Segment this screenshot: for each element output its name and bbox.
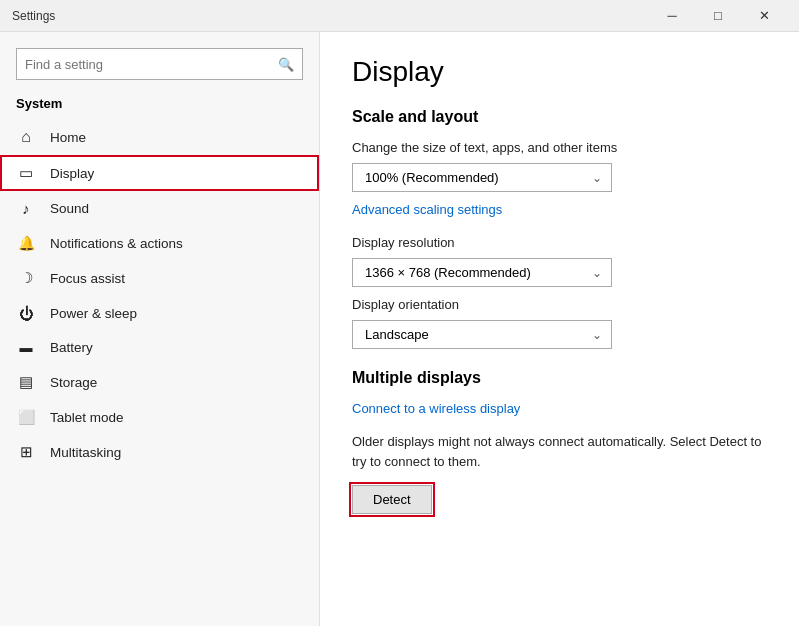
orientation-label: Display orientation <box>352 297 767 312</box>
app-body: 🔍 System Home Display Sound Notification… <box>0 32 799 626</box>
window-controls: ─ □ ✕ <box>649 0 787 32</box>
tablet-icon <box>16 409 36 425</box>
search-box[interactable]: 🔍 <box>16 48 303 80</box>
sidebar-item-display[interactable]: Display <box>0 155 319 191</box>
close-button[interactable]: ✕ <box>741 0 787 32</box>
scale-dropdown-wrapper: 100% (Recommended) 125% 150% ⌄ <box>352 163 612 192</box>
home-icon <box>16 128 36 146</box>
storage-icon <box>16 373 36 391</box>
maximize-button[interactable]: □ <box>695 0 741 32</box>
sidebar-item-label: Home <box>50 130 86 145</box>
multiple-displays-info: Older displays might not always connect … <box>352 432 767 471</box>
sound-icon <box>16 200 36 217</box>
detect-button[interactable]: Detect <box>352 485 432 514</box>
sidebar-item-label: Notifications & actions <box>50 236 183 251</box>
display-icon <box>16 164 36 182</box>
focus-icon <box>16 269 36 287</box>
scale-section-title: Scale and layout <box>352 108 767 126</box>
title-bar: Settings ─ □ ✕ <box>0 0 799 32</box>
resolution-dropdown-wrapper: 1366 × 768 (Recommended) 1280 × 720 1024… <box>352 258 612 287</box>
orientation-dropdown[interactable]: Landscape Portrait Landscape (flipped) P… <box>352 320 612 349</box>
sidebar-item-notifications[interactable]: Notifications & actions <box>0 226 319 260</box>
sidebar-item-sound[interactable]: Sound <box>0 191 319 226</box>
connect-wireless-link[interactable]: Connect to a wireless display <box>352 401 767 416</box>
sidebar-item-label: Focus assist <box>50 271 125 286</box>
battery-icon <box>16 340 36 355</box>
multiple-displays-section: Multiple displays Connect to a wireless … <box>352 369 767 514</box>
minimize-button[interactable]: ─ <box>649 0 695 32</box>
multiple-displays-title: Multiple displays <box>352 369 767 387</box>
sidebar-item-label: Sound <box>50 201 89 216</box>
sidebar-item-label: Battery <box>50 340 93 355</box>
sidebar-section-title: System <box>0 92 319 119</box>
sidebar-item-power[interactable]: Power & sleep <box>0 296 319 331</box>
sidebar-item-focus[interactable]: Focus assist <box>0 260 319 296</box>
orientation-dropdown-wrapper: Landscape Portrait Landscape (flipped) P… <box>352 320 612 349</box>
page-title: Display <box>352 56 767 88</box>
sidebar-item-label: Storage <box>50 375 97 390</box>
multitasking-icon <box>16 443 36 461</box>
advanced-scaling-link[interactable]: Advanced scaling settings <box>352 202 767 217</box>
search-input[interactable] <box>25 57 278 72</box>
notifications-icon <box>16 235 36 251</box>
sidebar-item-label: Power & sleep <box>50 306 137 321</box>
sidebar-item-storage[interactable]: Storage <box>0 364 319 400</box>
sidebar-item-tablet[interactable]: Tablet mode <box>0 400 319 434</box>
scale-label: Change the size of text, apps, and other… <box>352 140 767 155</box>
power-icon <box>16 305 36 322</box>
app-title: Settings <box>12 9 55 23</box>
scale-dropdown[interactable]: 100% (Recommended) 125% 150% <box>352 163 612 192</box>
sidebar-item-label: Tablet mode <box>50 410 124 425</box>
resolution-dropdown[interactable]: 1366 × 768 (Recommended) 1280 × 720 1024… <box>352 258 612 287</box>
sidebar-item-label: Multitasking <box>50 445 121 460</box>
sidebar: 🔍 System Home Display Sound Notification… <box>0 32 320 626</box>
sidebar-item-home[interactable]: Home <box>0 119 319 155</box>
sidebar-item-label: Display <box>50 166 94 181</box>
search-icon: 🔍 <box>278 57 294 72</box>
sidebar-item-battery[interactable]: Battery <box>0 331 319 364</box>
main-content: Display Scale and layout Change the size… <box>320 32 799 626</box>
sidebar-item-multitasking[interactable]: Multitasking <box>0 434 319 470</box>
resolution-label: Display resolution <box>352 235 767 250</box>
